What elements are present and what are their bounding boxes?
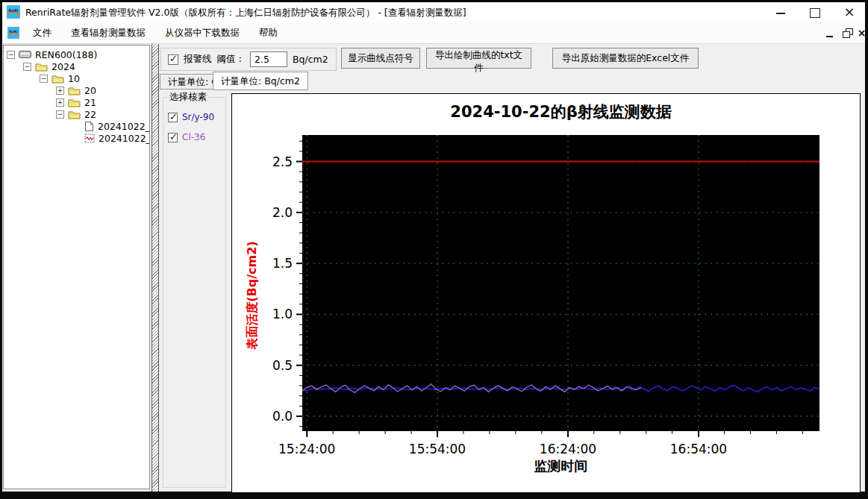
- device-icon: [19, 50, 31, 59]
- nuclide-label: Cl-36: [182, 132, 205, 142]
- tree-item[interactable]: −2024: [4, 60, 149, 72]
- tree-item-label: 20: [84, 85, 96, 96]
- device-tree-panel: −REN600(188)−2024−10+20+21−2220241022_α2…: [3, 45, 150, 489]
- tree-item[interactable]: +20: [4, 84, 149, 96]
- client-area: −REN600(188)−2024−10+20+21−2220241022_α2…: [2, 44, 865, 492]
- menu-items: 文件查看辐射测量数据从仪器中下载数据帮助: [23, 22, 287, 43]
- x-tick-label: 16:24:00: [540, 442, 596, 456]
- nuclide-checkbox[interactable]: ✓: [168, 113, 178, 122]
- title-bar: RnRi RenriRate辐射剂量管理软件 V2.0版（版权所有：上海仁日辐射…: [2, 2, 865, 22]
- x-axis-title: 监测时间: [302, 457, 819, 475]
- folder-icon: [51, 74, 64, 84]
- alarm-line-checkbox[interactable]: ✓: [168, 54, 178, 65]
- chart-plot: 0.00.51.01.52.02.515:24:0015:54:0016:24:…: [232, 94, 860, 492]
- alarm-settings-panel: ✓ 报警线 阈值： Bq/cm2: [160, 48, 337, 71]
- y-axis-title: 表面活度(Bq/cm2): [245, 241, 260, 349]
- menu-item-3[interactable]: 帮助: [249, 27, 287, 40]
- tree-item-label: 20241022_β: [99, 133, 150, 144]
- collapse-toggle-icon[interactable]: −: [56, 110, 64, 119]
- checkmark-icon: ✓: [169, 111, 178, 122]
- tree-item[interactable]: −REN600(188): [4, 48, 149, 60]
- tab-unit-bqcm2[interactable]: 计量单位: Bq/cm2: [213, 72, 308, 90]
- expand-toggle-icon[interactable]: +: [56, 98, 64, 107]
- app-window: RnRi RenriRate辐射剂量管理软件 V2.0版（版权所有：上海仁日辐射…: [0, 0, 868, 499]
- tree-item[interactable]: 20241022_α: [4, 120, 149, 132]
- menu-item-2[interactable]: 从仪器中下载数据: [155, 27, 249, 40]
- menu-bar: RnRi 文件查看辐射测量数据从仪器中下载数据帮助 ×: [2, 22, 865, 44]
- checkmark-icon: ✓: [169, 53, 178, 64]
- app-logo-icon: RnRi: [7, 5, 20, 19]
- collapse-toggle-icon[interactable]: −: [7, 51, 15, 59]
- menu-item-1[interactable]: 查看辐射测量数据: [61, 27, 155, 40]
- y-tick-label: 0.0: [272, 409, 293, 424]
- collapse-toggle-icon[interactable]: −: [23, 63, 31, 71]
- svg-text:RnRi: RnRi: [9, 30, 18, 34]
- chart-title: 2024-10-22的β射线监测数据: [302, 101, 819, 122]
- collapse-toggle-icon[interactable]: −: [40, 75, 48, 83]
- nuclide-row: ✓Cl-36: [168, 132, 225, 142]
- maximize-button[interactable]: [802, 2, 826, 22]
- chart-icon: [84, 133, 95, 144]
- tree-item[interactable]: −10: [4, 72, 149, 84]
- mdi-restore-button[interactable]: [841, 27, 854, 40]
- threshold-label: 阈值：: [217, 53, 246, 66]
- doc-icon: [84, 121, 94, 132]
- y-tick-label: 2.0: [272, 205, 293, 220]
- menu-item-0[interactable]: 文件: [23, 27, 61, 40]
- close-button[interactable]: ×: [837, 2, 861, 22]
- minimize-button[interactable]: [769, 2, 793, 22]
- splitter-handle[interactable]: [152, 44, 159, 492]
- chart-panel: 0.00.51.01.52.02.515:24:0015:54:0016:24:…: [231, 93, 861, 493]
- show-curve-points-button[interactable]: 显示曲线点符号: [341, 48, 420, 69]
- y-tick-label: 2.5: [272, 154, 293, 169]
- device-tree: −REN600(188)−2024−10+20+21−2220241022_α2…: [4, 48, 149, 144]
- tree-item[interactable]: −22: [4, 108, 149, 120]
- y-tick-label: 0.5: [272, 358, 293, 373]
- plot-background: [302, 135, 819, 431]
- tree-item-label: 20241022_α: [98, 121, 150, 132]
- tree-item-label: 22: [84, 109, 96, 120]
- tree-item[interactable]: 20241022_β: [4, 132, 149, 144]
- x-tick-label: 16:54:00: [670, 442, 727, 456]
- threshold-input[interactable]: [250, 51, 287, 67]
- alarm-line-label: 报警线: [184, 53, 212, 66]
- tree-item-label: 2024: [51, 61, 75, 72]
- folder-icon: [68, 98, 81, 107]
- x-tick-label: 15:54:00: [409, 442, 466, 456]
- nuclide-list: ✓Sr/y-90✓Cl-36: [163, 112, 225, 142]
- tree-item-label: 21: [84, 97, 96, 108]
- expand-toggle-icon[interactable]: +: [56, 87, 64, 95]
- mdi-minimize-button[interactable]: [824, 27, 837, 40]
- y-tick-label: 1.0: [272, 307, 293, 321]
- folder-icon: [35, 62, 48, 72]
- svg-text:RnRi: RnRi: [9, 8, 19, 13]
- window-title: RenriRate辐射剂量管理软件 V2.0版（版权所有：上海仁日辐射防护设备有…: [25, 7, 466, 19]
- folder-icon: [68, 110, 81, 119]
- export-excel-button[interactable]: 导出原始测量数据的Excel文件: [552, 48, 699, 69]
- tree-item-label: 10: [68, 73, 80, 84]
- export-txt-button[interactable]: 导出绘制曲线的txt文件: [426, 48, 531, 69]
- mdi-document-icon: RnRi: [7, 27, 19, 39]
- nuclide-label: Sr/y-90: [182, 112, 214, 122]
- threshold-unit-label: Bq/cm2: [293, 54, 328, 65]
- folder-icon: [68, 86, 81, 95]
- checkmark-icon: ✓: [169, 131, 178, 142]
- nuclide-checkbox[interactable]: ✓: [168, 133, 178, 142]
- tree-item-label: REN600(188): [35, 49, 97, 60]
- x-tick-label: 15:24:00: [278, 442, 335, 456]
- nuclide-row: ✓Sr/y-90: [168, 112, 225, 122]
- y-tick-label: 1.5: [272, 256, 293, 271]
- nuclide-panel-title: 选择核素: [167, 91, 209, 104]
- nuclide-selection-panel: 选择核素 ✓Sr/y-90✓Cl-36: [163, 97, 226, 488]
- mdi-close-button[interactable]: ×: [855, 27, 868, 40]
- tree-item[interactable]: +21: [4, 96, 149, 108]
